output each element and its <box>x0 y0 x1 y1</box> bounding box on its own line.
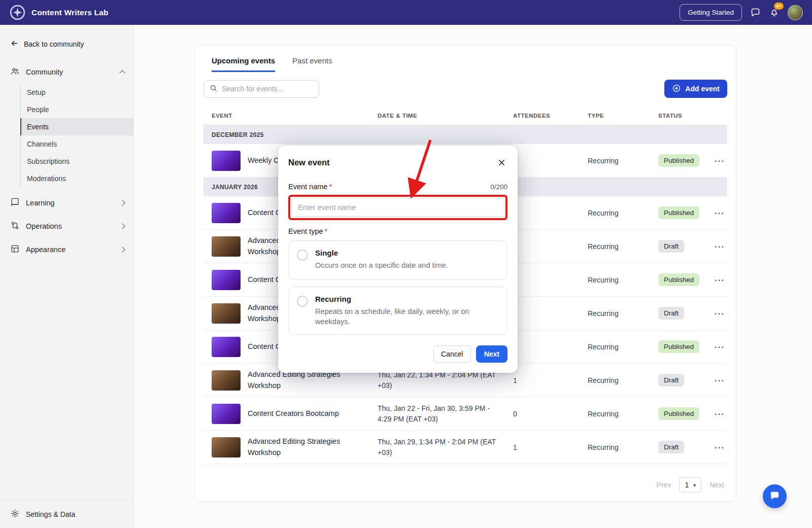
events-tabs: Upcoming events Past events <box>204 53 727 72</box>
event-datetime: Thu, Jan 22 - Fri, Jan 30, 3:59 PM - 4:2… <box>378 403 513 424</box>
row-menu-button[interactable]: ⋯ <box>714 409 724 419</box>
event-name-input[interactable] <box>291 198 504 217</box>
status-badge: Published <box>658 407 699 420</box>
event-type: Recurring <box>588 309 658 318</box>
status-badge: Draft <box>658 307 684 320</box>
row-menu-button[interactable]: ⋯ <box>714 442 724 452</box>
topbar: Content Writers Lab Getting Started 9+ <box>0 0 812 25</box>
close-icon[interactable] <box>496 157 507 168</box>
event-row: Advanced Editing Strategies WorkshopThu,… <box>204 431 727 464</box>
sidebar-item-subscriptions[interactable]: Subscriptions <box>21 153 133 170</box>
row-menu-button[interactable]: ⋯ <box>714 342 724 352</box>
user-avatar[interactable] <box>788 5 803 20</box>
required-asterisk: * <box>325 227 328 235</box>
event-datetime: Thu, Jan 22, 1:34 PM - 2:04 PM (EAT +03) <box>378 370 513 391</box>
chevron-right-icon <box>119 247 125 252</box>
community-people-icon <box>10 66 20 78</box>
table-header-row: EVENT DATE & TIME ATTENDEES TYPE STATUS <box>204 106 727 125</box>
status-badge: Published <box>658 340 699 353</box>
new-event-modal: New event Event name* 0/200 Event type* … <box>278 146 518 373</box>
app-title: Content Writers Lab <box>31 8 109 17</box>
column-header-event: EVENT <box>204 113 378 119</box>
status-badge: Draft <box>658 441 684 453</box>
tab-past-events[interactable]: Past events <box>292 56 332 72</box>
status-badge: Published <box>658 273 699 286</box>
sidebar-section-learning[interactable]: Learning <box>0 191 133 215</box>
notifications-bell-icon[interactable]: 9+ <box>769 7 780 18</box>
event-type-option-recurring[interactable]: Recurring Repeats on a schedule, like da… <box>288 287 507 335</box>
radio-single[interactable] <box>297 250 308 261</box>
row-menu-button[interactable]: ⋯ <box>714 375 724 385</box>
event-type: Recurring <box>588 443 658 451</box>
sidebar-section-appearance[interactable]: Appearance <box>0 238 133 261</box>
event-type-label: Event type* <box>288 227 507 235</box>
char-counter: 0/200 <box>490 183 507 191</box>
sidebar-item-moderations[interactable]: Moderations <box>21 170 133 187</box>
back-to-community-link[interactable]: Back to community <box>0 39 133 49</box>
modal-title: New event <box>288 158 330 167</box>
appearance-layout-icon <box>10 244 20 255</box>
chevron-right-icon <box>119 200 125 205</box>
chat-widget-button[interactable] <box>763 484 787 508</box>
plus-circle-icon <box>672 84 681 94</box>
event-thumbnail <box>212 337 241 357</box>
row-menu-button[interactable]: ⋯ <box>714 308 724 319</box>
annotation-highlight-box <box>288 195 507 220</box>
status-badge: Published <box>658 206 699 219</box>
event-thumbnail <box>212 404 241 424</box>
events-search[interactable] <box>204 80 319 98</box>
event-type: Recurring <box>588 343 658 351</box>
sidebar-item-channels[interactable]: Channels <box>21 135 133 153</box>
prev-page-button[interactable]: Prev <box>657 481 671 489</box>
column-header-attendees: ATTENDEES <box>513 113 588 119</box>
event-thumbnail <box>212 203 241 223</box>
event-thumbnail <box>212 270 241 290</box>
status-badge: Published <box>658 154 699 167</box>
status-badge: Draft <box>658 240 684 253</box>
column-header-datetime: DATE & TIME <box>378 113 513 119</box>
row-menu-button[interactable]: ⋯ <box>714 208 724 218</box>
search-icon <box>209 84 218 94</box>
pagination: Prev 1 ▾ Next <box>204 470 727 492</box>
row-menu-button[interactable]: ⋯ <box>714 156 724 166</box>
search-input[interactable] <box>222 85 314 93</box>
status-badge: Draft <box>658 374 684 386</box>
help-chat-icon[interactable] <box>750 7 761 18</box>
event-name-label: Event name* <box>288 183 332 191</box>
event-type: Recurring <box>588 410 658 418</box>
getting-started-button[interactable]: Getting Started <box>680 4 742 21</box>
cancel-button[interactable]: Cancel <box>433 345 471 363</box>
event-attendees: 1 <box>513 376 588 384</box>
event-attendees: 1 <box>513 443 588 451</box>
event-type: Recurring <box>588 209 658 217</box>
next-page-button[interactable]: Next <box>709 481 724 489</box>
chevron-right-icon <box>119 223 125 229</box>
event-datetime: Thu, Jan 29, 1:34 PM - 2:04 PM (EAT +03) <box>378 437 513 457</box>
community-subitems: SetupPeopleEventsChannelsSubscriptionsMo… <box>20 84 133 187</box>
event-thumbnail <box>212 303 241 324</box>
page-select[interactable]: 1 ▾ <box>679 477 701 492</box>
back-arrow-icon <box>10 39 19 49</box>
radio-recurring[interactable] <box>297 296 308 307</box>
sidebar-section-operations[interactable]: Operations <box>0 215 133 238</box>
chat-bubble-icon <box>769 490 781 503</box>
month-header-row: DECEMBER 2025 <box>204 125 727 144</box>
event-type-option-single[interactable]: Single Occurs once on a specific date an… <box>288 240 507 280</box>
next-button[interactable]: Next <box>476 345 507 363</box>
notification-badge: 9+ <box>774 3 784 10</box>
event-title: Content Creators Bootcamp <box>248 408 339 419</box>
tab-upcoming-events[interactable]: Upcoming events <box>212 56 275 72</box>
event-row: Content Creators BootcampThu, Jan 22 - F… <box>204 397 727 431</box>
row-menu-button[interactable]: ⋯ <box>714 241 724 252</box>
sidebar-item-people[interactable]: People <box>21 101 133 118</box>
settings-and-data-link[interactable]: Settings & Data <box>0 501 133 528</box>
gear-icon <box>10 509 20 520</box>
event-type: Recurring <box>588 157 658 165</box>
sidebar-item-events[interactable]: Events <box>21 118 133 135</box>
sidebar-item-setup[interactable]: Setup <box>21 84 133 101</box>
row-menu-button[interactable]: ⋯ <box>714 275 724 285</box>
event-title: Advanced Editing Strategies Workshop <box>248 436 367 457</box>
add-event-button[interactable]: Add event <box>664 80 727 98</box>
event-thumbnail <box>212 151 241 171</box>
sidebar-section-community[interactable]: Community <box>0 60 133 84</box>
